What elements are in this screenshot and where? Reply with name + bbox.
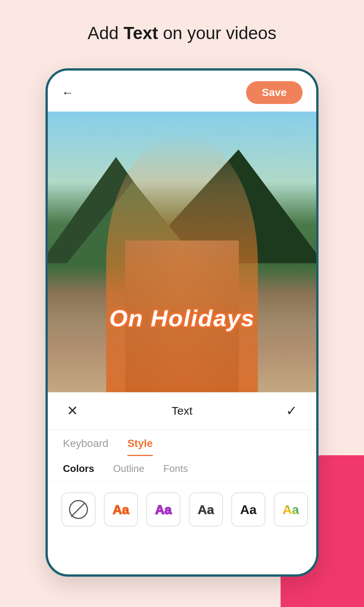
toolbar-title: Text — [171, 404, 192, 417]
close-button[interactable]: ✕ — [67, 404, 78, 418]
phone-header: ← Save — [48, 71, 316, 112]
save-button[interactable]: Save — [246, 81, 303, 104]
aa-sample-purple: Aa — [155, 503, 171, 516]
page-title: Add Text on your videos — [0, 23, 364, 43]
none-icon — [69, 500, 88, 519]
main-tab-bar: Keyboard Style — [48, 430, 316, 456]
tab-keyboard[interactable]: Keyboard — [63, 437, 108, 456]
color-options-row: Aa Aa Aa Aa Aa Aa Aa — [48, 482, 316, 537]
phone-mockup: ← Save On Holidays ✕ Text ✓ Keyboard Sty… — [46, 68, 318, 577]
video-text-overlay[interactable]: On Holidays — [109, 305, 255, 332]
scene-background — [48, 112, 316, 392]
aa-sample-plain: Aa — [240, 503, 256, 516]
sub-tab-bar: Colors Outline Fonts — [48, 456, 316, 482]
color-option-multicolor[interactable]: Aa — [274, 492, 308, 527]
aa-sample-orange: Aa — [113, 503, 129, 516]
tab-style[interactable]: Style — [127, 437, 153, 456]
subtab-outline[interactable]: Outline — [113, 463, 144, 475]
color-option-dark[interactable]: Aa — [189, 492, 223, 527]
color-option-none[interactable] — [61, 492, 96, 527]
color-option-orange[interactable]: Aa — [104, 492, 138, 527]
color-option-plain[interactable]: Aa — [231, 492, 265, 527]
aa-sample-dark: Aa — [198, 503, 214, 516]
aa-sample-multicolor: Aa — [282, 503, 299, 516]
text-toolbar: ✕ Text ✓ — [48, 392, 316, 430]
confirm-button[interactable]: ✓ — [286, 403, 297, 419]
back-button[interactable]: ← — [61, 86, 74, 99]
color-option-purple[interactable]: Aa — [146, 492, 180, 527]
subtab-colors[interactable]: Colors — [63, 463, 94, 475]
video-canvas: On Holidays — [48, 112, 316, 392]
person-silhouette — [106, 134, 258, 392]
subtab-fonts[interactable]: Fonts — [163, 463, 188, 475]
